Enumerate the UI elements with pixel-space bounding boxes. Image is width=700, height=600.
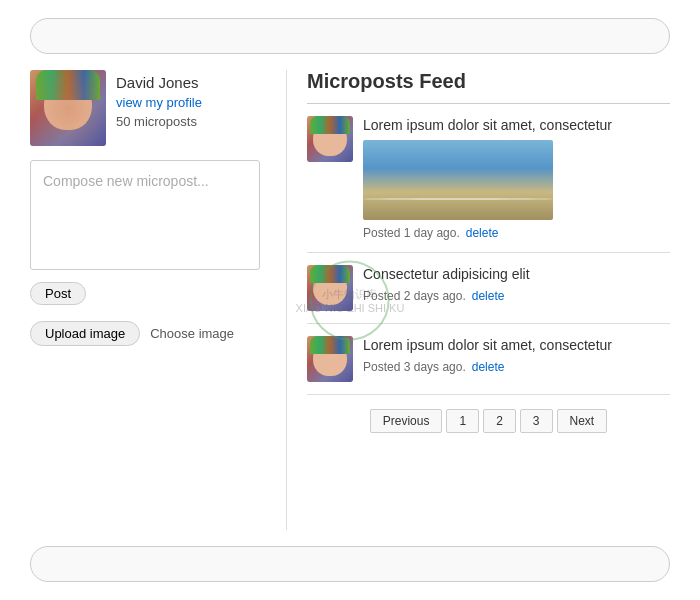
next-button[interactable]: Next [557, 409, 608, 433]
post-image-1 [363, 140, 670, 220]
post-avatar-3 [307, 336, 353, 382]
post-avatar-hat-3 [310, 336, 350, 354]
compose-placeholder: Compose new micropost... [43, 173, 209, 189]
post-avatar-image-1 [307, 116, 353, 162]
upload-image-button[interactable]: Upload image [30, 321, 140, 346]
micropost-count: 50 microposts [116, 114, 202, 129]
post-content-1: Lorem ipsum dolor sit amet, consectetur … [363, 116, 670, 240]
upload-row: Upload image Choose image [30, 321, 260, 346]
post-avatar-1 [307, 116, 353, 162]
bottom-navigation-bar [30, 546, 670, 582]
choose-file-label: Choose image [150, 326, 234, 341]
post-title-3: Lorem ipsum dolor sit amet, consectetur [363, 336, 670, 354]
post-avatar-hat-2 [310, 265, 350, 283]
page-3-button[interactable]: 3 [520, 409, 553, 433]
user-details: David Jones view my profile 50 micropost… [116, 70, 202, 129]
post-meta-3: Posted 3 days ago. delete [363, 360, 670, 374]
user-info: David Jones view my profile 50 micropost… [30, 70, 260, 146]
avatar-hat [36, 70, 100, 100]
post-time-3: Posted 3 days ago. [363, 360, 466, 374]
beach-image [363, 140, 553, 220]
post-item-3: Lorem ipsum dolor sit amet, consectetur … [307, 336, 670, 395]
post-content-2: Consectetur adipisicing elit Posted 2 da… [363, 265, 670, 311]
avatar-image [30, 70, 106, 146]
post-content-3: Lorem ipsum dolor sit amet, consectetur … [363, 336, 670, 382]
post-title-2: Consectetur adipisicing elit [363, 265, 670, 283]
feed-title: Microposts Feed [307, 70, 670, 93]
post-title-1: Lorem ipsum dolor sit amet, consectetur [363, 116, 670, 134]
post-avatar-image-3 [307, 336, 353, 382]
compose-area[interactable]: Compose new micropost... [30, 160, 260, 270]
post-button[interactable]: Post [30, 282, 86, 305]
post-time-1: Posted 1 day ago. [363, 226, 460, 240]
post-avatar-2 [307, 265, 353, 311]
feed: Microposts Feed Lorem ipsum dolor sit am… [303, 70, 670, 530]
pagination: Previous 1 2 3 Next [307, 409, 670, 433]
user-name: David Jones [116, 74, 202, 91]
post-avatar-hat-1 [310, 116, 350, 134]
vertical-divider [286, 70, 287, 530]
page-1-button[interactable]: 1 [446, 409, 479, 433]
post-avatar-image-2 [307, 265, 353, 311]
previous-button[interactable]: Previous [370, 409, 443, 433]
post-meta-1: Posted 1 day ago. delete [363, 226, 670, 240]
delete-link-1[interactable]: delete [466, 226, 499, 240]
delete-link-3[interactable]: delete [472, 360, 505, 374]
delete-link-2[interactable]: delete [472, 289, 505, 303]
post-time-2: Posted 2 days ago. [363, 289, 466, 303]
avatar [30, 70, 106, 146]
post-item: Lorem ipsum dolor sit amet, consectetur … [307, 116, 670, 253]
page-2-button[interactable]: 2 [483, 409, 516, 433]
sidebar: David Jones view my profile 50 micropost… [30, 70, 270, 530]
post-meta-2: Posted 2 days ago. delete [363, 289, 670, 303]
main-content: David Jones view my profile 50 micropost… [30, 70, 670, 530]
view-profile-link[interactable]: view my profile [116, 95, 202, 110]
top-navigation-bar [30, 18, 670, 54]
post-item-2: Consectetur adipisicing elit Posted 2 da… [307, 265, 670, 324]
feed-divider [307, 103, 670, 104]
